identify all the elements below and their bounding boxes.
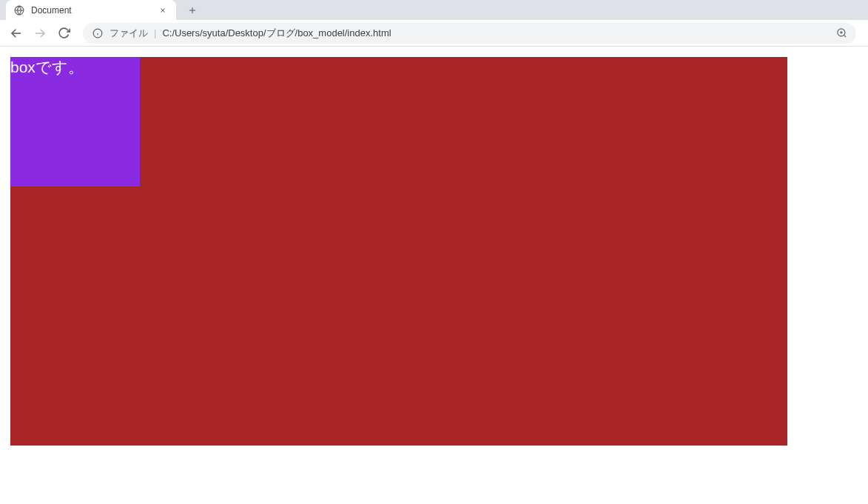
red-container: boxです。	[10, 57, 787, 446]
address-bar[interactable]: ファイル | C:/Users/syuta/Desktop/ブログ/box_mo…	[83, 23, 856, 44]
new-tab-button[interactable]	[182, 0, 203, 20]
back-button[interactable]	[6, 23, 27, 44]
address-separator: |	[154, 27, 156, 38]
browser-chrome: Document	[0, 0, 868, 47]
forward-button[interactable]	[30, 23, 50, 44]
info-icon[interactable]	[92, 27, 104, 39]
purple-box: boxです。	[10, 57, 140, 187]
tab-title: Document	[31, 5, 151, 16]
tab-bar: Document	[0, 0, 868, 20]
close-icon[interactable]	[157, 4, 169, 16]
globe-icon	[13, 4, 25, 16]
browser-tab[interactable]: Document	[6, 0, 176, 20]
reload-button[interactable]	[53, 23, 74, 44]
svg-line-12	[844, 35, 846, 37]
address-path: C:/Users/syuta/Desktop/ブログ/box_model/ind…	[162, 27, 830, 40]
browser-toolbar: ファイル | C:/Users/syuta/Desktop/ブログ/box_mo…	[0, 20, 868, 47]
address-file-label: ファイル	[110, 27, 148, 40]
page-content: boxです。	[0, 47, 868, 456]
zoom-icon[interactable]	[835, 27, 847, 39]
